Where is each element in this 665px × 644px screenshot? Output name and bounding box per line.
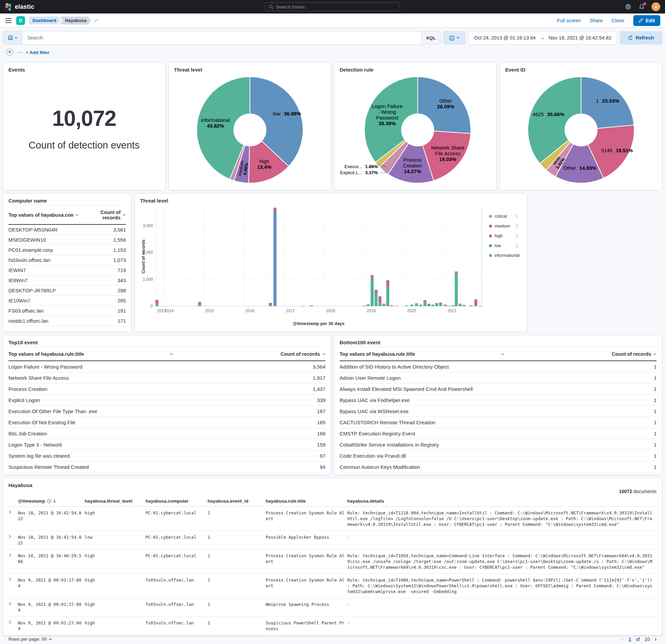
bar-segment-high[interactable] [428, 304, 431, 304]
legend-menu-icon[interactable] [517, 234, 518, 235]
bar-segment-informational[interactable] [386, 288, 389, 306]
computer-row[interactable]: FS03.offsec.lan191 [8, 306, 126, 316]
bar-segment-high[interactable] [443, 305, 446, 306]
legend-menu-icon[interactable] [516, 235, 516, 236]
expand-row-icon[interactable] [8, 531, 18, 549]
dashboard-app-icon[interactable]: D [16, 16, 25, 25]
legend-menu-icon[interactable] [517, 255, 518, 256]
legend-item-high[interactable]: high [495, 233, 503, 238]
legend-menu-icon[interactable] [516, 247, 516, 247]
bar-segment-informational[interactable] [455, 273, 458, 306]
column-header-details[interactable]: hayabusa.details [347, 495, 657, 507]
column-header-event-id[interactable]: hayabusa.event_id [208, 495, 266, 507]
bar-segment-informational[interactable] [462, 305, 465, 306]
help-icon[interactable] [625, 3, 632, 11]
date-range[interactable]: Oct 24, 2013 @ 01:16:13.84 → Nov 18, 202… [468, 31, 617, 44]
bottom100-row[interactable]: Bypass UAC via WSReset.exe1 [340, 406, 657, 417]
threat-level-donut-chart[interactable]: low36.98%high13.4%medium4.46%information… [174, 73, 326, 187]
top10-row[interactable]: Bits Job Creation168 [8, 428, 325, 439]
column-header-count[interactable]: Count of records [504, 352, 657, 357]
legend-menu-icon[interactable] [517, 215, 518, 215]
legend-menu-icon[interactable] [516, 237, 516, 238]
column-header-computer[interactable]: Top values of hayabusa.computer [8, 212, 82, 218]
bottom100-row[interactable]: Always Install Elevated MSI Spawned Cmd … [340, 383, 657, 395]
date-picker-button[interactable] [443, 31, 466, 44]
breadcrumb-dashboard[interactable]: Dashboard [29, 17, 61, 25]
legend-item-medium[interactable]: medium [495, 224, 510, 228]
legend-menu-icon[interactable] [517, 244, 518, 245]
bar-segment-low[interactable] [273, 211, 277, 306]
kql-search-box[interactable]: Search KQL [3, 31, 440, 44]
clone-link[interactable]: Clone [612, 18, 625, 23]
bar-segment-informational[interactable] [459, 304, 462, 306]
bar-segment-critical[interactable] [474, 299, 477, 300]
expand-row-icon[interactable] [8, 507, 18, 531]
legend-menu-icon[interactable] [517, 247, 518, 247]
bar-segment-critical[interactable] [370, 275, 374, 276]
bar-segment-medium[interactable] [375, 290, 378, 291]
filter-icon[interactable] [6, 49, 14, 56]
bottom100-row[interactable]: Addition of SID History to Active Direct… [340, 361, 657, 372]
computer-row[interactable]: PC01.example.corp1,153 [8, 245, 126, 255]
legend-item-low[interactable]: low [495, 243, 501, 248]
sort-desc-icon[interactable]: ↓ [53, 498, 56, 504]
bar-segment-high[interactable] [386, 282, 389, 287]
rows-per-page-selector[interactable]: Rows per page: 50 [8, 637, 52, 642]
legend-menu-icon[interactable] [516, 245, 516, 246]
bar-segment-high[interactable] [273, 208, 277, 211]
bar-segment-informational[interactable] [443, 305, 446, 306]
bar-segment-medium[interactable] [423, 300, 426, 301]
computer-row[interactable]: MSEDGEWIN101,556 [8, 235, 126, 245]
bar-segment-high[interactable] [439, 302, 442, 303]
bar-segment-medium[interactable] [198, 302, 201, 302]
legend-menu-icon[interactable] [517, 225, 518, 225]
saved-query-menu[interactable] [3, 32, 23, 44]
bar-segment-informational[interactable] [423, 302, 426, 306]
bar-segment-high[interactable] [452, 305, 455, 305]
column-header-count[interactable]: Count of records [173, 352, 325, 357]
bar-segment-high[interactable] [155, 301, 158, 304]
legend-menu-icon[interactable] [517, 216, 518, 217]
bar-segment-informational[interactable] [366, 305, 369, 306]
bar-segment-informational[interactable] [382, 305, 385, 306]
date-from[interactable]: Oct 24, 2013 @ 01:16:13.84 [474, 35, 535, 40]
bottom100-row[interactable]: Bypass UAC via Fodhelper.exe1 [340, 395, 657, 406]
expand-row-icon[interactable] [8, 598, 18, 617]
legend-menu-icon[interactable] [517, 237, 518, 238]
bar-segment-informational[interactable] [415, 303, 418, 306]
bar-segment-high[interactable] [378, 298, 381, 303]
legend-menu-icon[interactable] [516, 217, 516, 218]
bar-segment-informational[interactable] [269, 305, 272, 306]
top10-row[interactable]: Process Creation1,437 [8, 383, 325, 395]
legend-menu-icon[interactable] [516, 215, 516, 215]
bottom100-row[interactable]: Commun Autorun Keys Modification1 [340, 461, 657, 473]
bottom100-row[interactable]: CobaltStrike Service Installations in Re… [340, 439, 657, 450]
refresh-button[interactable]: Refresh [620, 31, 662, 44]
expand-row-icon[interactable] [8, 574, 18, 598]
bottom100-row[interactable]: Code Execution via Pcwutl.dll1 [340, 450, 657, 461]
computer-row[interactable]: IEWIN7719 [8, 265, 126, 276]
column-header-rule-title[interactable]: Top values of hayabusa.rule.title [340, 352, 504, 357]
date-to[interactable]: Nov 18, 2021 @ 16:42:54.82 [549, 35, 611, 40]
top10-row[interactable]: Logon Failure - Wrong Password3,564 [8, 361, 325, 372]
computer-row[interactable]: DESKTOP-JR78RLP298 [8, 286, 126, 296]
user-avatar[interactable]: e [651, 2, 660, 11]
bar-segment-low[interactable] [447, 306, 450, 306]
bar-segment-informational[interactable] [435, 304, 438, 306]
column-header-threat-level[interactable]: hayabusa.threat_level [85, 495, 146, 507]
column-header-rule-title[interactable]: hayabusa.rule.title [266, 495, 347, 507]
bar-segment-medium[interactable] [386, 280, 389, 282]
bar-segment-medium[interactable] [155, 300, 158, 301]
bar-segment-low[interactable] [386, 287, 389, 288]
bar-segment-critical[interactable] [479, 306, 482, 306]
legend-menu-icon[interactable] [517, 217, 518, 218]
legend-menu-icon[interactable] [516, 226, 516, 226]
alerts-bell-icon[interactable] [638, 3, 645, 11]
bar-segment-high[interactable] [459, 304, 462, 304]
bar-segment-low[interactable] [462, 305, 465, 306]
bar-segment-high[interactable] [470, 305, 473, 306]
bar-segment-informational[interactable] [432, 305, 434, 306]
bar-segment-high[interactable] [432, 305, 434, 305]
legend-menu-icon[interactable] [517, 226, 518, 226]
top10-row[interactable]: Network Share File Access1,917 [8, 372, 325, 383]
